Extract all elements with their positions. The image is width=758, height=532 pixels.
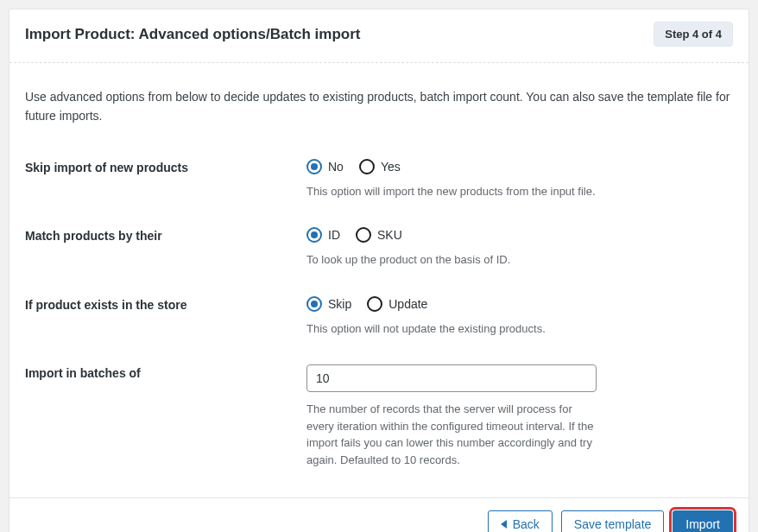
intro-text: Use advanced options from below to decid… [9, 63, 749, 138]
skip-new-no-label: No [328, 160, 344, 174]
import-panel: Import Product: Advanced options/Batch i… [9, 9, 749, 532]
panel-footer: Back Save template Import [9, 497, 749, 532]
if-exists-control: Skip Update This option will not update … [306, 296, 733, 338]
radio-icon [356, 227, 371, 243]
if-exists-update[interactable]: Update [367, 296, 427, 312]
back-button[interactable]: Back [488, 510, 553, 532]
radio-icon [367, 296, 382, 312]
skip-new-radio-group: No Yes [306, 159, 733, 174]
if-exists-skip[interactable]: Skip [306, 296, 351, 312]
field-skip-new: Skip import of new products No Yes This … [25, 145, 733, 214]
skip-new-label: Skip import of new products [25, 159, 306, 174]
match-by-id-label: ID [328, 228, 340, 242]
import-highlight: Import [673, 510, 733, 532]
page-title: Import Product: Advanced options/Batch i… [25, 26, 361, 43]
if-exists-label: If product exists in the store [25, 296, 306, 312]
if-exists-skip-label: Skip [328, 297, 351, 311]
batch-control: The number of records that the server wi… [306, 364, 733, 468]
batch-input[interactable] [306, 364, 597, 392]
back-button-label: Back [513, 517, 540, 531]
match-by-radio-group: ID SKU [306, 227, 733, 243]
step-badge: Step 4 of 4 [654, 22, 733, 47]
batch-help: The number of records that the server wi… [306, 401, 600, 468]
skip-new-control: No Yes This option will import the new p… [306, 159, 733, 200]
field-batch: Import in batches of The number of recor… [25, 351, 733, 482]
skip-new-yes-label: Yes [381, 160, 401, 174]
if-exists-radio-group: Skip Update [306, 296, 733, 312]
skip-new-yes[interactable]: Yes [359, 159, 401, 174]
import-button[interactable]: Import [673, 510, 733, 532]
match-by-control: ID SKU To look up the product on the bas… [306, 227, 733, 269]
panel-header: Import Product: Advanced options/Batch i… [9, 10, 749, 63]
batch-label: Import in batches of [25, 364, 306, 380]
if-exists-update-label: Update [388, 297, 427, 311]
skip-new-no[interactable]: No [306, 159, 344, 174]
field-match-by: Match products by their ID SKU To look u… [25, 213, 733, 282]
match-by-sku-label: SKU [377, 228, 402, 242]
match-by-label: Match products by their [25, 227, 306, 243]
radio-icon [306, 296, 322, 312]
skip-new-help: This option will import the new products… [306, 183, 600, 200]
radio-icon [306, 227, 322, 243]
radio-icon [359, 159, 375, 174]
chevron-left-icon [501, 520, 507, 529]
match-by-help: To look up the product on the basis of I… [306, 251, 600, 269]
field-if-exists: If product exists in the store Skip Upda… [25, 282, 733, 352]
match-by-sku[interactable]: SKU [356, 227, 402, 243]
match-by-id[interactable]: ID [306, 227, 340, 243]
if-exists-help: This option will not update the existing… [306, 320, 600, 338]
radio-icon [306, 159, 322, 174]
save-template-label: Save template [574, 517, 652, 531]
import-button-label: Import [685, 517, 720, 531]
save-template-button[interactable]: Save template [561, 510, 665, 532]
form-area: Skip import of new products No Yes This … [9, 138, 749, 498]
